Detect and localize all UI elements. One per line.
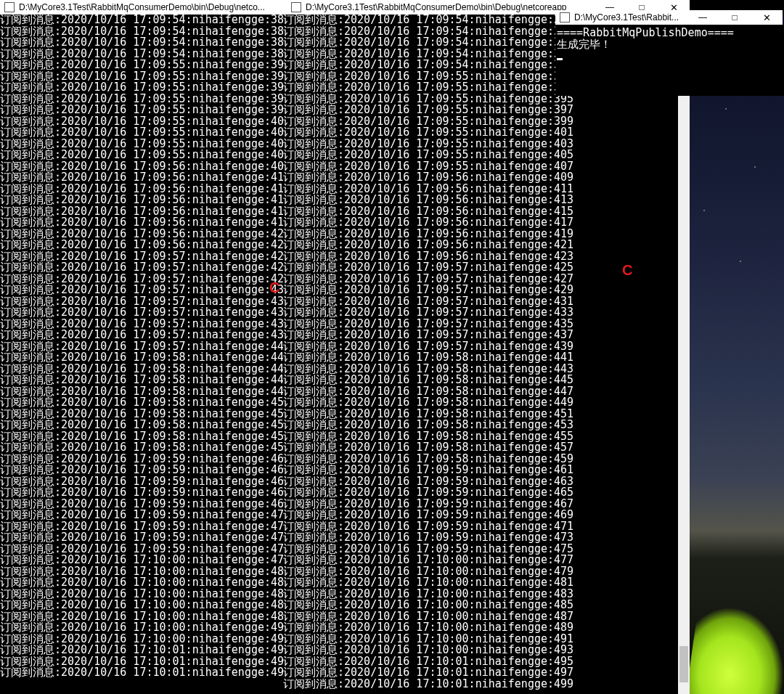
publisher-title: D:\MyCore3.1Test\Rabbit...: [574, 12, 687, 23]
consumer2-title: D:\MyCore3.1Test\RabbitMqConsumerDemo\bi…: [306, 2, 594, 12]
cursor: [557, 58, 563, 60]
consumer2-scrollbar[interactable]: [678, 15, 690, 694]
annotation-c2: C: [622, 262, 632, 279]
publisher-console[interactable]: ====RabbitMqPublishDemo====生成完毕！: [555, 25, 784, 96]
consumer2-console[interactable]: 订阅到消息:2020/10/16 17:09:54:nihaifengge:38…: [283, 15, 678, 694]
minimize-button[interactable]: —: [687, 10, 719, 25]
close-button[interactable]: ✕: [751, 10, 783, 25]
annotation-c1: C: [269, 279, 279, 296]
log-line: 订阅到消息:2020/10/16 17:10:01:nihaifengge:49…: [283, 679, 678, 690]
log-line: 生成完毕！: [557, 39, 784, 51]
consumer1-console[interactable]: 订阅到消息:2020/10/16 17:09:54:nihaifengge:38…: [0, 15, 283, 694]
maximize-button[interactable]: □: [719, 10, 751, 25]
publisher-titlebar[interactable]: D:\MyCore3.1Test\Rabbit... — □ ✕: [555, 10, 783, 25]
console-icon: [4, 2, 15, 12]
consumer1-titlebar[interactable]: D:\MyCore3.1Test\RabbitMqConsumerDemo\bi…: [0, 0, 287, 15]
log-line: 订阅到消息:2020/10/16 17:10:01:nihaifengge:49…: [0, 667, 283, 679]
scrollbar-thumb[interactable]: [679, 646, 688, 682]
console-icon: [291, 2, 301, 12]
consumer1-title: D:\MyCore3.1Test\RabbitMqConsumerDemo\bi…: [19, 2, 287, 12]
console-icon: [560, 12, 570, 23]
